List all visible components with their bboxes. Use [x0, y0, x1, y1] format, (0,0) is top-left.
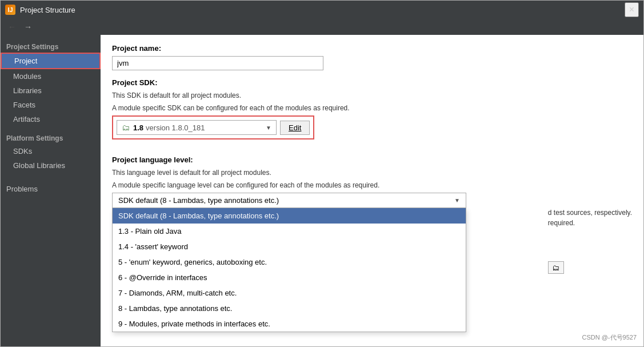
dropdown-item-5[interactable]: 5 - 'enum' keyword, generics, autoboxing… [113, 254, 466, 270]
project-name-section: Project name: [112, 44, 632, 70]
project-settings-section-label: Project Settings [1, 39, 101, 53]
project-sdk-section: Project SDK: This SDK is default for all… [112, 78, 632, 147]
dropdown-item-6[interactable]: 6 - @Override in interfaces [113, 270, 466, 285]
sidebar-divider-2 [1, 173, 101, 177]
edit-sdk-button[interactable]: Edit [280, 121, 310, 135]
sidebar-item-global-libraries[interactable]: Global Libraries [1, 158, 101, 173]
right-text-1: d test sources, respectively. [548, 209, 632, 217]
right-text-2: required. [548, 219, 632, 227]
lang-dropdown[interactable]: SDK default (8 - Lambdas, type annotatio… [112, 193, 466, 208]
lang-desc-1: This language level is default for all p… [112, 167, 632, 178]
dropdown-item-9[interactable]: 9 - Modules, private methods in interfac… [113, 316, 466, 332]
right-text-area: d test sources, respectively. required. … [548, 206, 632, 274]
lang-dropdown-arrow-icon: ▼ [454, 197, 460, 204]
toolbar: ← → [1, 19, 643, 35]
back-button[interactable]: ← [5, 21, 19, 33]
title-bar-left: IJ Project Structure [5, 5, 75, 15]
project-sdk-label: Project SDK: [112, 78, 632, 87]
lang-dropdown-menu: SDK default (8 - Lambdas, type annotatio… [112, 208, 466, 332]
sdk-dropdown-arrow-icon: ▼ [266, 125, 271, 131]
lang-dropdown-selected: SDK default (8 - Lambdas, type annotatio… [118, 196, 279, 205]
project-name-input[interactable] [112, 56, 323, 70]
sidebar-item-project[interactable]: Project [1, 53, 101, 69]
dropdown-item-sdk-default[interactable]: SDK default (8 - Lambdas, type annotatio… [113, 208, 466, 224]
sdk-folder-icon: 🗂 [122, 123, 130, 132]
sdk-desc-2: A module specific SDK can be configured … [112, 103, 632, 113]
sidebar-item-libraries[interactable]: Libraries [1, 83, 101, 98]
sdk-version-bold: 1.8 [133, 123, 143, 132]
platform-settings-section-label: Platform Settings [1, 131, 101, 144]
window-title: Project Structure [20, 6, 75, 14]
close-button[interactable]: × [625, 2, 639, 17]
sdk-desc-1: This SDK is default for all project modu… [112, 90, 632, 101]
forward-button[interactable]: → [21, 21, 35, 33]
sidebar-item-sdks[interactable]: SDKs [1, 144, 101, 158]
app-icon: IJ [5, 5, 15, 15]
main-content: Project Settings Project Modules Librari… [1, 35, 643, 346]
project-name-label: Project name: [112, 44, 632, 53]
dropdown-item-7[interactable]: 7 - Diamonds, ARM, multi-catch etc. [113, 285, 466, 301]
project-lang-label: Project language level: [112, 155, 632, 164]
window: IJ Project Structure × ← → Project Setti… [0, 0, 644, 347]
dropdown-item-1-3[interactable]: 1.3 - Plain old Java [113, 224, 466, 239]
watermark: CSDN @-代号9527 [582, 333, 637, 342]
sidebar-divider-3 [1, 177, 101, 182]
content-area: Project name: Project SDK: This SDK is d… [101, 35, 643, 346]
lang-dropdown-wrapper: SDK default (8 - Lambdas, type annotatio… [112, 193, 466, 208]
sidebar-item-problems[interactable]: Problems [1, 182, 101, 196]
sidebar-item-modules[interactable]: Modules [1, 69, 101, 83]
sidebar-item-artifacts[interactable]: Artifacts [1, 112, 101, 126]
folder-browse-icon[interactable]: 🗂 [548, 261, 564, 274]
dropdown-item-1-4[interactable]: 1.4 - 'assert' keyword [113, 239, 466, 254]
sdk-selector-box: 🗂 1.8 version 1.8.0_181 ▼ Edit [112, 115, 314, 139]
sdk-version-full: version 1.8.0_181 [146, 123, 205, 132]
sidebar-item-facets[interactable]: Facets [1, 98, 101, 112]
title-bar: IJ Project Structure × [1, 1, 643, 19]
sidebar-divider [1, 126, 101, 131]
project-lang-section: Project language level: This language le… [112, 155, 632, 208]
dropdown-item-8[interactable]: 8 - Lambdas, type annotations etc. [113, 301, 466, 316]
sdk-dropdown[interactable]: 🗂 1.8 version 1.8.0_181 ▼ [117, 120, 277, 135]
sidebar: Project Settings Project Modules Librari… [1, 35, 101, 346]
lang-desc-2: A module specific language level can be … [112, 180, 632, 190]
